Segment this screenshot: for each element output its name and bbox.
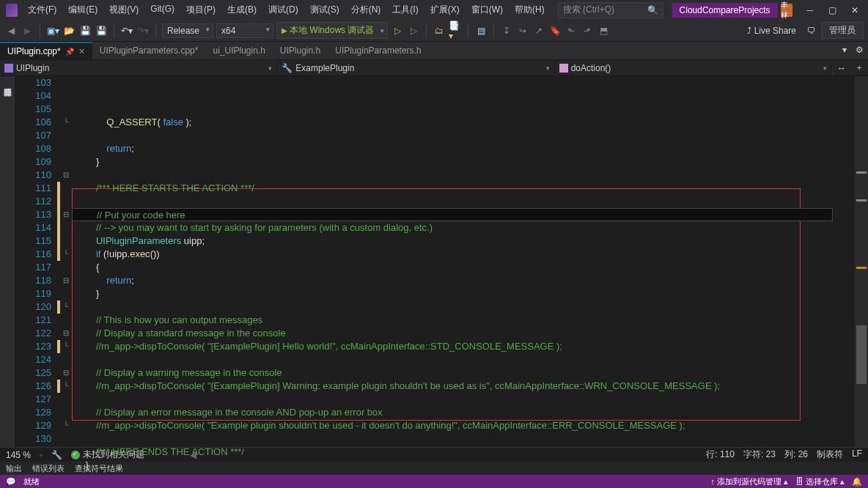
server-explorer-tab[interactable]: 服务器资源管理器 (2, 82, 13, 441)
code-line[interactable] (72, 195, 855, 208)
folder-view-icon[interactable]: 🗂 (433, 24, 446, 37)
code-line[interactable]: } (72, 155, 855, 169)
fold-toggle[interactable]: └ (60, 380, 72, 393)
code-line[interactable]: // Display a warning message in the cons… (72, 366, 855, 380)
menu-item-6[interactable]: 调试(D) (262, 1, 304, 18)
code-line[interactable]: // This is how you can output messages (72, 314, 855, 327)
solution-explorer-icon[interactable]: 📑▾ (449, 24, 462, 37)
code-line[interactable]: /*** HERE STARTS THE ACTION ***/ (72, 182, 855, 195)
tabs-settings-icon[interactable]: ⚙ (851, 42, 868, 59)
code-line[interactable]: // Display a standard message in the con… (72, 327, 855, 340)
menu-item-3[interactable]: Git(G) (144, 1, 180, 18)
global-search-box[interactable]: 搜索 (Ctrl+Q) 🔍 (558, 2, 663, 18)
scroll-thumb[interactable] (856, 325, 867, 384)
fold-toggle[interactable]: ⊟ (60, 169, 72, 182)
code-line[interactable] (72, 129, 855, 142)
editor-tab-4[interactable]: UIPluginParameters.h (328, 42, 428, 59)
menu-item-4[interactable]: 项目(P) (180, 1, 221, 18)
menu-item-9[interactable]: 工具(I) (386, 1, 424, 18)
add-view-icon[interactable]: ＋ (850, 60, 868, 75)
code-line[interactable]: Q_ASSERT( false ); (72, 116, 855, 129)
user-avatar[interactable]: 丰林 (781, 4, 792, 17)
code-line[interactable]: //m_app->dispToConsole( "Example plugin … (72, 419, 855, 432)
feedback-icon[interactable]: 🗨 (805, 24, 818, 37)
code-line[interactable]: UIPluginParameters uipp; (72, 234, 855, 248)
split-view-icon[interactable]: ↔ (832, 62, 850, 75)
fold-toggle[interactable]: └ (60, 248, 72, 261)
start-debugging-button[interactable]: 本地 Windows 调试器 (276, 22, 388, 39)
code-line[interactable] (72, 472, 855, 485)
code-line[interactable]: //m_app->dispToConsole( "[ExamplePlugin]… (72, 380, 855, 393)
window-minimize-button[interactable]: ─ (800, 3, 820, 18)
method-combo[interactable]: doAction() (555, 62, 832, 75)
code-line[interactable] (72, 393, 855, 406)
open-icon[interactable]: 📂 (62, 24, 76, 37)
code-line[interactable]: if (!uipp.exec()) (72, 248, 855, 261)
error-list-tab[interactable]: 错误列表 (32, 463, 65, 474)
bookmark-clear-icon[interactable]: ⬒ (597, 24, 610, 37)
bookmark-icon[interactable]: 🔖 (548, 24, 562, 37)
back-icon[interactable]: ◀ (4, 24, 18, 37)
window-close-button[interactable]: ✕ (845, 3, 865, 18)
code-line[interactable]: /*** HERE ENDS THE ACTION ***/ (72, 446, 855, 459)
class-combo[interactable]: 🔧 ExamplePlugin (277, 62, 554, 75)
editor-tab-2[interactable]: ui_UIPlugin.h (205, 42, 272, 59)
fold-toggle[interactable]: └ (60, 340, 72, 353)
window-maximize-button[interactable]: ▢ (822, 3, 842, 18)
menu-item-2[interactable]: 视图(V) (103, 1, 144, 18)
debug-target-icon[interactable]: ▷ (407, 24, 420, 37)
fold-toggle[interactable]: ⊟ (60, 274, 72, 287)
fold-margin[interactable]: └⊟⊟└⊟└⊟└⊟└└ (60, 76, 72, 447)
code-editor[interactable]: Q_ASSERT( false ); return; } /*** HERE S… (72, 76, 855, 447)
step-out-icon[interactable]: ↗ (532, 24, 545, 37)
code-line[interactable]: // Display an error message in the conso… (72, 406, 855, 419)
feedback-statusbar-icon[interactable]: 💬 (6, 477, 16, 487)
code-line[interactable]: } (72, 459, 855, 472)
vertical-scrollbar[interactable] (855, 76, 868, 447)
close-tab-icon[interactable]: ✕ (78, 47, 85, 56)
output-tab[interactable]: 输出 (6, 463, 22, 474)
misc-status-icon[interactable]: ◦ (40, 450, 43, 460)
bookmark-prev-icon[interactable]: ⬑ (564, 24, 578, 37)
code-line[interactable]: { (72, 261, 855, 274)
undo-icon[interactable]: ↶▾ (120, 24, 133, 37)
editor-tab-1[interactable]: UIPluginParameters.cpp* (92, 42, 206, 59)
code-line[interactable]: return; (72, 274, 855, 287)
code-line[interactable]: // Put your code here (72, 208, 833, 221)
code-line[interactable] (72, 432, 855, 446)
menu-item-5[interactable]: 生成(B) (221, 1, 262, 18)
menu-item-8[interactable]: 分析(N) (345, 1, 387, 18)
code-line[interactable]: return; (72, 142, 855, 155)
solution-platform-combo[interactable]: x64 (216, 23, 273, 38)
code-line[interactable]: //m_app->dispToConsole( "[ExamplePlugin]… (72, 340, 855, 353)
solution-name[interactable]: CloudCompareProjects (672, 3, 778, 18)
code-line[interactable] (72, 353, 855, 366)
redo-icon[interactable]: ↷▾ (136, 24, 150, 37)
save-all-icon[interactable]: 💾 (95, 24, 108, 37)
editor-tab-0[interactable]: UIPlugin.cpp*📌✕ (0, 42, 92, 59)
zoom-level[interactable]: 145 % (6, 450, 31, 460)
code-line[interactable] (72, 169, 855, 182)
scope-combo[interactable]: UIPlugin (0, 62, 277, 75)
fold-toggle[interactable]: └ (60, 116, 72, 129)
fold-toggle[interactable]: └ (60, 419, 72, 432)
bookmark-next-icon[interactable]: ⬏ (581, 24, 594, 37)
refactor-icon[interactable]: 🔧 (51, 450, 62, 460)
fold-toggle[interactable]: ⊟ (60, 366, 72, 380)
fold-toggle[interactable]: └ (60, 300, 72, 314)
new-project-icon[interactable]: ▣▾ (46, 24, 59, 37)
fold-toggle[interactable]: ⊟ (60, 327, 72, 340)
fold-toggle[interactable]: ⊟ (60, 208, 72, 221)
comment-icon[interactable]: ▤ (474, 24, 488, 37)
pin-icon[interactable]: 📌 (65, 48, 74, 56)
editor-tab-3[interactable]: UIPlugin.h (273, 42, 328, 59)
forward-icon[interactable]: ▶ (21, 24, 34, 37)
menu-item-0[interactable]: 文件(F) (22, 1, 62, 18)
save-icon[interactable]: 💾 (78, 24, 92, 37)
menu-item-10[interactable]: 扩展(X) (424, 1, 466, 18)
solution-config-combo[interactable]: Release (162, 23, 213, 38)
tabs-dropdown-icon[interactable]: ▾ (838, 42, 851, 59)
menu-item-12[interactable]: 帮助(H) (509, 1, 551, 18)
menu-item-1[interactable]: 编辑(E) (62, 1, 103, 18)
menu-item-11[interactable]: 窗口(W) (466, 1, 509, 18)
